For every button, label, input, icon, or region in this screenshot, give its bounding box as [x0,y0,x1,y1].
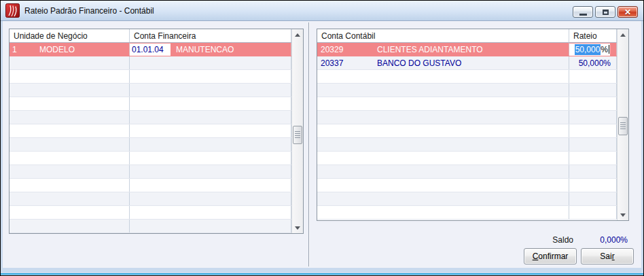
empty-cell[interactable] [10,111,130,124]
empty-cell[interactable] [10,124,130,137]
empty-cell[interactable] [569,192,617,205]
table-row[interactable] [317,152,617,165]
table-row[interactable] [317,111,617,124]
empty-cell[interactable] [10,84,130,97]
empty-cell[interactable] [569,179,617,192]
rateio-input[interactable]: 50,000 % [569,44,610,56]
table-row[interactable] [317,124,617,138]
left-grid-scrollbar[interactable] [291,29,303,233]
table-row[interactable] [317,192,617,206]
scroll-up-button[interactable] [618,29,628,40]
table-row[interactable] [317,84,617,97]
empty-cell[interactable] [130,84,291,97]
unidade-cell[interactable]: 1 MODELO [10,43,130,56]
table-row[interactable] [317,206,617,220]
table-row[interactable] [10,152,291,165]
empty-cell[interactable] [317,138,569,151]
empty-cell[interactable] [130,97,291,110]
table-row[interactable] [317,70,617,84]
empty-cell[interactable] [10,138,130,151]
empty-cell[interactable] [317,111,569,124]
table-row[interactable] [10,97,291,111]
empty-cell[interactable] [317,165,569,178]
column-header-unidade-negocio[interactable]: Unidade de Negócio [10,29,130,42]
empty-cell[interactable] [317,152,569,165]
empty-cell[interactable] [10,206,130,219]
scroll-track[interactable] [618,40,628,209]
column-header-conta-financeira[interactable]: Conta Financeira [130,29,291,42]
empty-cell[interactable] [130,152,291,165]
empty-cell[interactable] [317,179,569,192]
column-header-conta-contabil[interactable]: Conta Contábil [317,29,569,42]
table-row[interactable] [317,97,617,111]
empty-cell[interactable] [569,206,617,219]
table-row-selected[interactable]: 20329 CLIENTES ADIANTAMENTO 50,000 % [317,43,617,56]
empty-cell[interactable] [10,220,130,232]
rateio-cell[interactable]: 50,000% [569,56,617,69]
empty-cell[interactable] [130,111,291,124]
table-row[interactable] [10,206,291,220]
rateio-cell[interactable]: 50,000 % [569,43,617,56]
empty-cell[interactable] [317,124,569,137]
empty-cell[interactable] [569,97,617,110]
table-row[interactable] [10,192,291,206]
titlebar[interactable]: Rateio Padrão Financeiro - Contábil ✕ [1,1,643,21]
empty-cell[interactable] [130,179,291,192]
minimize-button[interactable] [573,6,593,18]
empty-cell[interactable] [569,84,617,97]
table-row-selected[interactable]: 1 MODELO 01.01.04 MANUTENCAO [10,43,291,56]
empty-cell[interactable] [10,165,130,178]
table-row[interactable] [10,84,291,97]
table-row[interactable] [10,124,291,138]
scroll-up-button[interactable] [292,29,303,40]
conta-contabil-cell[interactable]: 20337 BANCO DO GUSTAVO [317,56,569,69]
table-row[interactable] [317,138,617,152]
empty-cell[interactable] [130,206,291,219]
empty-cell[interactable] [10,56,130,69]
empty-cell[interactable] [569,138,617,151]
empty-cell[interactable] [569,152,617,165]
scroll-down-button[interactable] [292,222,303,233]
table-row[interactable] [10,56,291,70]
empty-cell[interactable] [130,220,291,232]
table-row[interactable] [10,220,291,233]
table-row[interactable] [10,70,291,84]
empty-cell[interactable] [10,70,130,83]
conta-contabil-cell[interactable]: 20329 CLIENTES ADIANTAMENTO [317,43,569,56]
table-row[interactable] [10,165,291,179]
empty-cell[interactable] [317,206,569,219]
empty-cell[interactable] [317,70,569,83]
empty-cell[interactable] [317,97,569,110]
table-row[interactable] [10,179,291,192]
confirmar-button[interactable]: Confirmar [524,248,577,264]
table-row[interactable] [317,179,617,192]
empty-cell[interactable] [130,70,291,83]
table-row[interactable] [10,138,291,152]
empty-cell[interactable] [317,84,569,97]
empty-cell[interactable] [317,192,569,205]
empty-cell[interactable] [10,97,130,110]
table-row[interactable] [10,111,291,124]
conta-financeira-cell[interactable]: 01.01.04 MANUTENCAO [130,43,291,56]
scroll-down-button[interactable] [618,209,628,220]
empty-cell[interactable] [10,152,130,165]
close-button[interactable]: ✕ [618,6,638,18]
account-code-editor[interactable]: 01.01.04 [130,44,171,56]
maximize-button[interactable] [595,6,615,18]
column-header-rateio[interactable]: Rateio [569,29,617,42]
empty-cell[interactable] [130,192,291,205]
empty-cell[interactable] [569,124,617,137]
empty-cell[interactable] [10,179,130,192]
empty-cell[interactable] [130,138,291,151]
sair-button[interactable]: Sair [581,248,634,264]
empty-cell[interactable] [130,165,291,178]
empty-cell[interactable] [569,165,617,178]
empty-cell[interactable] [569,70,617,83]
table-row[interactable]: 20337 BANCO DO GUSTAVO 50,000% [317,56,617,70]
table-row[interactable] [317,165,617,179]
scroll-thumb[interactable] [618,117,628,135]
scroll-thumb[interactable] [293,126,302,144]
right-grid-scrollbar[interactable] [617,29,628,220]
empty-cell[interactable] [130,56,291,69]
scroll-track[interactable] [292,40,303,222]
